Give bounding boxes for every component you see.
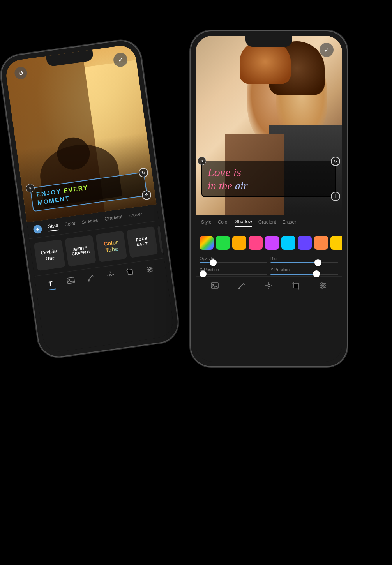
text-icon: T (46, 278, 56, 288)
font-card-label-1: CevicheOne (40, 248, 59, 262)
refresh-icon: ↺ (18, 69, 24, 77)
check-button-right[interactable]: ✓ (320, 43, 334, 57)
close-handle-right[interactable]: ✕ (198, 157, 206, 165)
toolbar-right (196, 276, 342, 295)
toolbar-crop-btn[interactable] (125, 267, 135, 277)
phone-left: ↺ ✓ ✕ ↻ ✛ ENJOY (0, 39, 180, 359)
blur-label: Blur (270, 256, 338, 261)
ypos-label: Y-Position (270, 267, 338, 272)
photo-area-left: ✕ ↻ ✛ ENJOY EVERY MOMENT (4, 44, 157, 222)
phone-right-screen: ✓ ✕ ↻ ✛ Love is (196, 36, 342, 362)
tab-style-right[interactable]: Style (201, 219, 212, 226)
toolbar-adjust-btn[interactable] (145, 265, 155, 274)
image-icon (66, 275, 76, 285)
swatch-cyan[interactable] (281, 236, 295, 250)
bottom-panel-left: + Style Color Shadow Gradient Eraser Cev… (27, 204, 175, 354)
brush-icon (86, 273, 95, 282)
svg-text:T: T (48, 279, 53, 288)
crop-icon-right (292, 281, 300, 290)
toolbar-magic-btn-right[interactable] (265, 281, 273, 290)
opacity-slider[interactable] (200, 262, 267, 263)
blur-slider[interactable] (270, 262, 338, 263)
check-icon-right: ✓ (324, 46, 329, 54)
xpos-label: X-Position (200, 267, 267, 272)
crop-icon (125, 267, 135, 277)
tab-style-left[interactable]: Style (48, 222, 59, 232)
toolbar-brush-btn-right[interactable] (237, 281, 246, 290)
xpos-slider[interactable] (200, 274, 267, 275)
svg-point-27 (321, 287, 323, 288)
svg-point-12 (150, 268, 152, 270)
ypos-slider[interactable] (270, 274, 338, 275)
svg-rect-16 (238, 288, 240, 289)
svg-point-21 (268, 284, 270, 287)
tab-gradient-left[interactable]: Gradient (104, 214, 123, 223)
swatch-rainbow[interactable] (200, 236, 214, 250)
toolbar-adjust-btn-right[interactable] (319, 281, 327, 290)
toolbar-image-btn[interactable] (66, 275, 76, 285)
slider-section: Opacity Blur (196, 254, 342, 276)
toolbar-magic-btn[interactable] (106, 270, 115, 280)
swatch-purple[interactable] (265, 236, 279, 250)
font-card-rock[interactable]: ROCKSALT (126, 226, 158, 258)
toolbar-text-btn[interactable]: T (46, 278, 56, 288)
magic-icon-right (265, 281, 273, 290)
adjust-icon-right (319, 281, 327, 290)
font-card-ceviche[interactable]: CevicheOne (34, 239, 65, 271)
tab-bar-right: Style Color Shadow Gradient Eraser (196, 215, 342, 231)
svg-line-6 (107, 275, 108, 275)
phone-right: ✓ ✕ ↻ ✛ Love is (191, 31, 347, 366)
tab-shadow-left[interactable]: Shadow (81, 217, 99, 226)
text-overlay-right[interactable]: ✕ ↻ ✛ Love is in the air (201, 161, 336, 197)
font-card-label-4: ROCKSALT (136, 236, 149, 248)
image-icon-right (210, 281, 219, 290)
adjust-icon (145, 265, 155, 274)
swatch-yellow[interactable] (330, 236, 342, 250)
move-handle-right[interactable]: ✛ (331, 192, 340, 201)
toolbar-brush-btn[interactable] (86, 273, 95, 282)
phone-left-screen: ↺ ✓ ✕ ↻ ✛ ENJOY (4, 44, 175, 353)
font-card-sprite[interactable]: SPRITEGRAFFITI (65, 235, 96, 267)
overlay-text-right: Love is in the air (208, 165, 330, 192)
swatch-pink[interactable] (249, 236, 263, 250)
svg-point-26 (323, 285, 325, 286)
swatch-indigo[interactable] (298, 236, 312, 250)
opacity-label: Opacity (200, 256, 267, 261)
svg-line-7 (112, 274, 114, 275)
tab-shadow-right[interactable]: Shadow (235, 219, 252, 227)
tab-color-left[interactable]: Color (64, 221, 76, 229)
add-tab-button[interactable]: + (33, 224, 42, 234)
tab-color-right[interactable]: Color (218, 219, 229, 226)
swatch-green[interactable] (216, 236, 230, 250)
tab-eraser-right[interactable]: Eraser (283, 219, 296, 226)
check-icon-left: ✓ (117, 56, 124, 64)
svg-point-25 (321, 283, 323, 284)
svg-line-5 (111, 277, 111, 278)
svg-line-4 (110, 271, 110, 273)
tab-gradient-right[interactable]: Gradient (258, 219, 276, 226)
toolbar-image-btn-right[interactable] (210, 281, 219, 290)
font-card-nrs[interactable]: NRS (157, 224, 164, 253)
magic-icon (106, 270, 115, 280)
font-card-label-5: NRS (163, 231, 164, 246)
font-card-label-3: ColorTube (103, 239, 119, 254)
notch-right (245, 36, 292, 47)
toolbar-crop-btn-right[interactable] (292, 281, 300, 290)
brush-icon-right (237, 281, 246, 290)
swatch-coral[interactable] (314, 236, 328, 250)
svg-point-13 (148, 270, 150, 272)
font-card-label-2: SPRITEGRAFFITI (71, 245, 90, 256)
photo-area-right: ✕ ↻ ✛ Love is in the air #right-overlay … (196, 36, 342, 215)
bottom-panel-right: Style Color Shadow Gradient Eraser (196, 215, 342, 362)
swatch-orange[interactable] (232, 236, 246, 250)
svg-point-11 (148, 267, 150, 268)
font-card-color[interactable]: ColorTube (95, 231, 127, 262)
tab-eraser-left[interactable]: Eraser (128, 211, 143, 220)
color-swatch-list (196, 231, 342, 254)
